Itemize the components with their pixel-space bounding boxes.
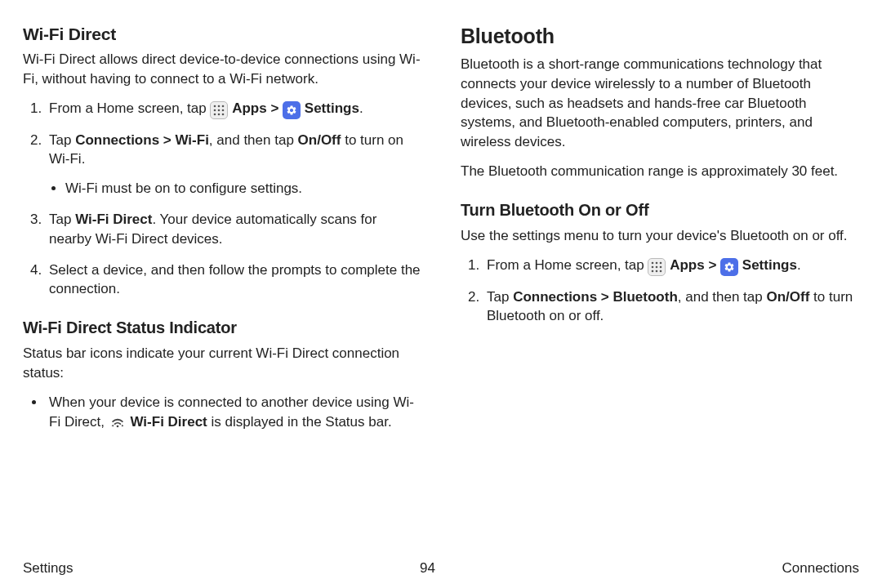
paragraph-turn-bluetooth: Use the settings menu to turn your devic… — [461, 226, 859, 246]
svg-point-4 — [218, 109, 220, 111]
heading-wifi-status: Wi-Fi Direct Status Indicator — [23, 318, 421, 337]
gear-icon — [283, 101, 301, 119]
footer: Settings 94 Connections — [23, 560, 859, 577]
svg-point-9 — [116, 425, 118, 427]
svg-point-8 — [222, 113, 225, 115]
step-4: Select a device, and then follow the pro… — [46, 261, 421, 300]
page-number: 94 — [420, 560, 435, 577]
footer-left: Settings — [23, 560, 73, 577]
paragraph-wifi-direct-intro: Wi-Fi Direct allows direct device-to-dev… — [23, 50, 421, 89]
svg-point-11 — [656, 261, 658, 264]
wifi-direct-steps: From a Home screen, tap Apps > Settings.… — [23, 99, 421, 300]
paragraph-bluetooth-intro: Bluetooth is a short-range communication… — [461, 55, 859, 152]
step-2-sub-item: Wi-Fi must be on to configure settings. — [65, 179, 421, 198]
heading-wifi-direct: Wi-Fi Direct — [23, 24, 421, 44]
bt-step-1: From a Home screen, tap Apps > Settings. — [483, 256, 859, 276]
right-column: Bluetooth Bluetooth is a short-range com… — [461, 24, 859, 439]
svg-point-18 — [660, 270, 662, 272]
svg-point-0 — [214, 105, 216, 107]
svg-point-10 — [652, 261, 654, 264]
bluetooth-steps: From a Home screen, tap Apps > Settings.… — [461, 256, 859, 327]
svg-point-13 — [652, 265, 654, 268]
svg-point-17 — [656, 270, 658, 272]
step-3: Tap Wi-Fi Direct. Your device automatica… — [46, 210, 421, 249]
settings-label: Settings — [305, 100, 359, 116]
apps-label: Apps — [670, 257, 705, 273]
wifi-status-list: When your device is connected to another… — [23, 393, 421, 432]
svg-point-2 — [222, 105, 225, 107]
svg-point-14 — [656, 265, 658, 268]
paragraph-bluetooth-range: The Bluetooth communication range is app… — [461, 162, 859, 181]
step-2: Tap Connections > Wi-Fi, and then tap On… — [46, 131, 421, 198]
heading-turn-bluetooth: Turn Bluetooth On or Off — [461, 201, 859, 220]
svg-point-5 — [222, 109, 225, 111]
settings-label: Settings — [742, 257, 797, 273]
left-column: Wi-Fi Direct Wi-Fi Direct allows direct … — [23, 24, 421, 439]
svg-point-1 — [218, 105, 220, 107]
heading-bluetooth: Bluetooth — [461, 24, 859, 48]
wifi-status-bullet: When your device is connected to another… — [46, 393, 421, 432]
svg-point-15 — [660, 265, 662, 268]
apps-label: Apps — [232, 100, 267, 116]
svg-point-7 — [218, 113, 220, 115]
apps-icon — [648, 258, 666, 276]
step-2-sublist: Wi-Fi must be on to configure settings. — [49, 179, 421, 198]
svg-point-6 — [214, 113, 216, 115]
apps-icon — [210, 101, 228, 119]
step-1: From a Home screen, tap Apps > Settings. — [46, 99, 421, 119]
paragraph-wifi-status: Status bar icons indicate your current W… — [23, 344, 421, 383]
wifi-direct-icon — [109, 413, 127, 431]
svg-point-3 — [214, 109, 216, 111]
svg-point-16 — [652, 270, 654, 272]
gear-icon — [720, 258, 738, 276]
bt-step-2: Tap Connections > Bluetooth, and then ta… — [483, 287, 859, 327]
svg-point-12 — [660, 261, 662, 264]
footer-right: Connections — [782, 560, 859, 577]
